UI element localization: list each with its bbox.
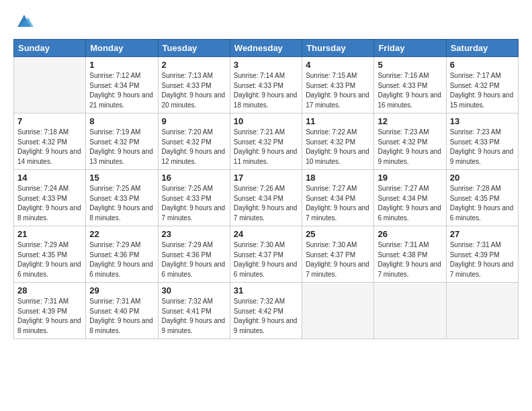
calendar-cell: 5Sunrise: 7:16 AMSunset: 4:33 PMDaylight… <box>374 57 446 113</box>
cell-info: Sunrise: 7:24 AMSunset: 4:33 PMDaylight:… <box>17 184 82 223</box>
day-number: 14 <box>17 173 82 183</box>
cell-info: Sunrise: 7:16 AMSunset: 4:33 PMDaylight:… <box>378 71 442 110</box>
cell-info: Sunrise: 7:32 AMSunset: 4:41 PMDaylight:… <box>162 297 226 336</box>
day-number: 28 <box>17 285 82 295</box>
cell-info: Sunrise: 7:23 AMSunset: 4:32 PMDaylight:… <box>378 128 442 167</box>
calendar-cell: 10Sunrise: 7:21 AMSunset: 4:32 PMDayligh… <box>230 113 302 170</box>
calendar-cell: 29Sunrise: 7:31 AMSunset: 4:40 PMDayligh… <box>86 283 158 339</box>
page: SundayMondayTuesdayWednesdayThursdayFrid… <box>0 0 532 411</box>
cell-info: Sunrise: 7:27 AMSunset: 4:34 PMDaylight:… <box>378 184 442 223</box>
cell-info: Sunrise: 7:31 AMSunset: 4:38 PMDaylight:… <box>378 240 442 279</box>
calendar-cell: 15Sunrise: 7:25 AMSunset: 4:33 PMDayligh… <box>86 170 158 226</box>
calendar-week-3: 14Sunrise: 7:24 AMSunset: 4:33 PMDayligh… <box>14 170 519 226</box>
cell-info: Sunrise: 7:31 AMSunset: 4:39 PMDaylight:… <box>17 297 82 336</box>
calendar-cell: 13Sunrise: 7:23 AMSunset: 4:33 PMDayligh… <box>446 113 518 170</box>
calendar-cell <box>14 57 86 113</box>
cell-info: Sunrise: 7:32 AMSunset: 4:42 PMDaylight:… <box>234 297 298 336</box>
calendar-cell: 25Sunrise: 7:30 AMSunset: 4:37 PMDayligh… <box>302 226 374 283</box>
day-number: 24 <box>234 229 298 239</box>
cell-info: Sunrise: 7:17 AMSunset: 4:32 PMDaylight:… <box>450 71 515 110</box>
day-number: 3 <box>234 60 298 70</box>
day-number: 10 <box>234 116 298 126</box>
calendar-cell: 6Sunrise: 7:17 AMSunset: 4:32 PMDaylight… <box>446 57 518 113</box>
calendar-week-5: 28Sunrise: 7:31 AMSunset: 4:39 PMDayligh… <box>14 283 519 339</box>
calendar-cell: 19Sunrise: 7:27 AMSunset: 4:34 PMDayligh… <box>374 170 446 226</box>
cell-info: Sunrise: 7:25 AMSunset: 4:33 PMDaylight:… <box>89 184 154 223</box>
cell-info: Sunrise: 7:14 AMSunset: 4:33 PMDaylight:… <box>234 71 298 110</box>
day-number: 17 <box>234 173 298 183</box>
day-number: 16 <box>162 173 226 183</box>
day-number: 23 <box>162 229 226 239</box>
cell-info: Sunrise: 7:29 AMSunset: 4:35 PMDaylight:… <box>17 240 82 279</box>
calendar-cell: 3Sunrise: 7:14 AMSunset: 4:33 PMDaylight… <box>230 57 302 113</box>
calendar-cell: 28Sunrise: 7:31 AMSunset: 4:39 PMDayligh… <box>14 283 86 339</box>
cell-info: Sunrise: 7:23 AMSunset: 4:33 PMDaylight:… <box>450 128 515 167</box>
cell-info: Sunrise: 7:30 AMSunset: 4:37 PMDaylight:… <box>234 240 298 279</box>
day-number: 2 <box>162 60 226 70</box>
day-number: 20 <box>450 173 515 183</box>
calendar-cell <box>374 283 446 339</box>
day-number: 27 <box>450 229 515 239</box>
day-number: 30 <box>162 285 226 295</box>
day-number: 8 <box>89 116 154 126</box>
calendar-cell: 23Sunrise: 7:29 AMSunset: 4:36 PMDayligh… <box>158 226 230 283</box>
cell-info: Sunrise: 7:29 AMSunset: 4:36 PMDaylight:… <box>89 240 154 279</box>
day-number: 22 <box>89 229 154 239</box>
calendar-week-1: 1Sunrise: 7:12 AMSunset: 4:34 PMDaylight… <box>14 57 519 113</box>
weekday-sunday: Sunday <box>14 40 86 57</box>
calendar-cell: 11Sunrise: 7:22 AMSunset: 4:32 PMDayligh… <box>302 113 374 170</box>
calendar-cell: 18Sunrise: 7:27 AMSunset: 4:34 PMDayligh… <box>302 170 374 226</box>
calendar-cell: 20Sunrise: 7:28 AMSunset: 4:35 PMDayligh… <box>446 170 518 226</box>
calendar-cell: 27Sunrise: 7:31 AMSunset: 4:39 PMDayligh… <box>446 226 518 283</box>
weekday-thursday: Thursday <box>302 40 374 57</box>
day-number: 31 <box>234 285 298 295</box>
weekday-wednesday: Wednesday <box>230 40 302 57</box>
calendar-week-2: 7Sunrise: 7:18 AMSunset: 4:32 PMDaylight… <box>14 113 519 170</box>
day-number: 5 <box>378 60 442 70</box>
day-number: 12 <box>378 116 442 126</box>
day-number: 1 <box>89 60 154 70</box>
calendar-cell: 8Sunrise: 7:19 AMSunset: 4:32 PMDaylight… <box>86 113 158 170</box>
cell-info: Sunrise: 7:31 AMSunset: 4:40 PMDaylight:… <box>89 297 154 336</box>
day-number: 7 <box>17 116 82 126</box>
day-number: 11 <box>306 116 370 126</box>
day-number: 18 <box>306 173 370 183</box>
day-number: 13 <box>450 116 515 126</box>
weekday-saturday: Saturday <box>446 40 518 57</box>
day-number: 21 <box>17 229 82 239</box>
calendar-cell: 22Sunrise: 7:29 AMSunset: 4:36 PMDayligh… <box>86 226 158 283</box>
day-number: 6 <box>450 60 515 70</box>
calendar-cell: 2Sunrise: 7:13 AMSunset: 4:33 PMDaylight… <box>158 57 230 113</box>
calendar-cell: 7Sunrise: 7:18 AMSunset: 4:32 PMDaylight… <box>14 113 86 170</box>
calendar-table: SundayMondayTuesdayWednesdayThursdayFrid… <box>13 39 519 339</box>
logo <box>13 12 34 31</box>
cell-info: Sunrise: 7:27 AMSunset: 4:34 PMDaylight:… <box>306 184 370 223</box>
calendar-cell: 4Sunrise: 7:15 AMSunset: 4:33 PMDaylight… <box>302 57 374 113</box>
day-number: 9 <box>162 116 226 126</box>
day-number: 29 <box>89 285 154 295</box>
day-number: 19 <box>378 173 442 183</box>
calendar-cell <box>302 283 374 339</box>
day-number: 26 <box>378 229 442 239</box>
weekday-tuesday: Tuesday <box>158 40 230 57</box>
calendar-cell: 24Sunrise: 7:30 AMSunset: 4:37 PMDayligh… <box>230 226 302 283</box>
calendar-cell: 16Sunrise: 7:25 AMSunset: 4:33 PMDayligh… <box>158 170 230 226</box>
header <box>13 12 519 31</box>
day-number: 4 <box>306 60 370 70</box>
cell-info: Sunrise: 7:22 AMSunset: 4:32 PMDaylight:… <box>306 128 370 167</box>
calendar-cell: 17Sunrise: 7:26 AMSunset: 4:34 PMDayligh… <box>230 170 302 226</box>
calendar-cell: 21Sunrise: 7:29 AMSunset: 4:35 PMDayligh… <box>14 226 86 283</box>
cell-info: Sunrise: 7:25 AMSunset: 4:33 PMDaylight:… <box>162 184 226 223</box>
cell-info: Sunrise: 7:18 AMSunset: 4:32 PMDaylight:… <box>17 128 82 167</box>
cell-info: Sunrise: 7:31 AMSunset: 4:39 PMDaylight:… <box>450 240 515 279</box>
calendar-cell: 9Sunrise: 7:20 AMSunset: 4:32 PMDaylight… <box>158 113 230 170</box>
calendar-cell <box>446 283 518 339</box>
weekday-friday: Friday <box>374 40 446 57</box>
cell-info: Sunrise: 7:13 AMSunset: 4:33 PMDaylight:… <box>162 71 226 110</box>
weekday-header-row: SundayMondayTuesdayWednesdayThursdayFrid… <box>14 40 519 57</box>
calendar-cell: 26Sunrise: 7:31 AMSunset: 4:38 PMDayligh… <box>374 226 446 283</box>
calendar-cell: 14Sunrise: 7:24 AMSunset: 4:33 PMDayligh… <box>14 170 86 226</box>
cell-info: Sunrise: 7:28 AMSunset: 4:35 PMDaylight:… <box>450 184 515 223</box>
day-number: 15 <box>89 173 154 183</box>
day-number: 25 <box>306 229 370 239</box>
